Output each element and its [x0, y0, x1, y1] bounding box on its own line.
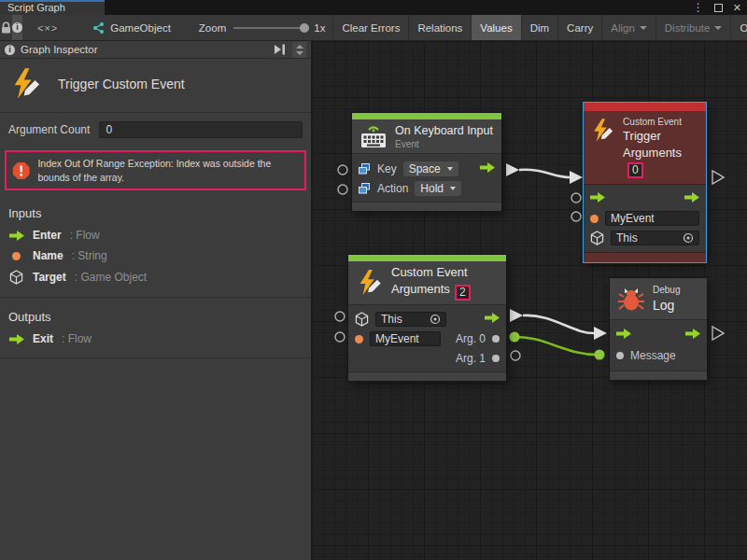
window-menu-icon[interactable]: ⋮ — [693, 2, 704, 13]
values-button[interactable]: Values — [471, 15, 520, 40]
arguments-count-badge[interactable]: 2 — [455, 285, 471, 301]
zoom-control: Zoom 1x — [199, 15, 326, 40]
flow-arrow-icon — [9, 334, 24, 344]
unconnected-port[interactable] — [338, 165, 347, 175]
gameobject-reference[interactable]: GameObject — [92, 15, 171, 40]
unconnected-port[interactable] — [335, 332, 345, 342]
close-icon[interactable]: ✕ — [733, 3, 741, 13]
node-footer — [610, 371, 707, 380]
tab-title: Script Graph — [7, 2, 65, 13]
target-field[interactable]: This — [611, 231, 699, 245]
input-pin-target: Target : Game Object — [0, 266, 311, 288]
event-name-field[interactable]: MyEvent — [605, 211, 699, 226]
node-debug-log[interactable]: Debug Log Message — [610, 278, 707, 380]
arrow-down-icon — [296, 51, 303, 55]
unconnected-flow-port[interactable] — [712, 327, 724, 340]
gameobject-label: GameObject — [110, 22, 171, 34]
inputs-heading: Inputs — [0, 194, 311, 225]
arg1-label: Arg. 1 — [456, 352, 486, 365]
arguments-count-badge[interactable]: 0 — [627, 162, 643, 178]
cube-icon — [355, 312, 369, 327]
custom-event-icon — [590, 117, 615, 145]
value-input-port[interactable] — [595, 350, 605, 360]
flow-input[interactable] — [616, 329, 631, 342]
arrow-up-icon — [296, 45, 303, 49]
flow-wire[interactable] — [523, 315, 595, 333]
input-pin-name: Name : String — [0, 245, 311, 266]
argument-count-label: Argument Count — [8, 123, 90, 136]
unconnected-port[interactable] — [338, 185, 347, 194]
align-dropdown[interactable]: Align — [601, 15, 655, 40]
flow-input[interactable] — [590, 192, 605, 205]
object-picker-icon[interactable] — [430, 314, 441, 325]
node-title: Trigger — [623, 129, 699, 143]
flow-output[interactable] — [485, 313, 500, 326]
event-color-bar — [352, 113, 501, 119]
flow-wire[interactable] — [519, 170, 571, 177]
arguments-line: Arguments2 — [391, 282, 471, 301]
distribute-dropdown[interactable]: Distribute — [655, 15, 731, 40]
flow-arrow-icon — [9, 231, 24, 241]
zoom-slider[interactable] — [233, 27, 306, 29]
object-picker-icon[interactable] — [683, 232, 694, 244]
argument-count-input[interactable] — [99, 121, 303, 138]
overview-button[interactable]: Overv — [730, 15, 747, 40]
action-dropdown[interactable]: Hold — [415, 181, 461, 196]
unit-title-block: Trigger Custom Event — [0, 59, 311, 113]
flow-output[interactable] — [480, 162, 495, 175]
node-header: On Keyboard Input Event — [352, 119, 501, 154]
lock-button[interactable] — [0, 15, 12, 40]
inspector-toggle-button[interactable]: i — [12, 15, 22, 40]
value-output-port[interactable] — [510, 332, 520, 343]
node-header: Custom Event Arguments2 — [348, 261, 506, 305]
edit-graph-button[interactable]: <×> — [37, 15, 58, 40]
maximize-icon[interactable] — [714, 4, 723, 12]
relations-button[interactable]: Relations — [408, 15, 471, 40]
custom-event-icon — [9, 67, 43, 101]
graph-toolbar: i <×> GameObject Zoom 1x Clear Errors Re… — [0, 15, 747, 41]
event-name-field[interactable]: MyEvent — [370, 331, 441, 346]
node-title: Log — [653, 298, 680, 313]
node-title: Custom Event — [391, 265, 471, 279]
node-trigger-custom-event[interactable]: Custom Event Trigger Arguments0 — [584, 103, 706, 262]
arguments-line: Arguments0 — [623, 146, 699, 178]
flow-wire-arrowhead — [594, 327, 607, 340]
dim-button[interactable]: Dim — [521, 15, 557, 40]
flow-arrow-icon — [590, 192, 605, 203]
error-color-bar — [584, 103, 706, 111]
node-on-keyboard-input[interactable]: On Keyboard Input Event Key Space — [352, 113, 501, 211]
flow-arrow-icon — [684, 192, 699, 203]
tab-script-graph[interactable]: Script Graph — [0, 0, 105, 15]
string-port-icon — [12, 252, 21, 260]
key-dropdown[interactable]: Space — [403, 161, 458, 176]
arg1-output-port[interactable] — [492, 355, 500, 362]
script-graph-asset-icon — [92, 21, 105, 34]
node-footer — [348, 371, 506, 381]
flow-arrow-icon — [480, 162, 495, 173]
carry-button[interactable]: Carry — [557, 15, 601, 40]
node-category: Debug — [653, 285, 680, 295]
unconnected-flow-port[interactable] — [712, 171, 724, 184]
flow-output-port[interactable] — [506, 163, 519, 176]
unconnected-port[interactable] — [335, 312, 345, 321]
node-header: Debug Log — [610, 278, 707, 320]
message-input-port[interactable] — [616, 352, 624, 359]
graph-canvas[interactable]: On Keyboard Input Event Key Space — [312, 41, 747, 560]
message-label: Message — [630, 349, 676, 362]
unconnected-port[interactable] — [571, 193, 581, 203]
flow-output-port[interactable] — [510, 309, 523, 322]
value-wire[interactable] — [514, 337, 599, 355]
arg0-output-port[interactable] — [492, 335, 500, 343]
action-label: Action — [377, 182, 408, 195]
panel-scroll-spinner[interactable] — [292, 42, 306, 58]
unconnected-port[interactable] — [571, 212, 581, 221]
clear-errors-button[interactable]: Clear Errors — [332, 15, 408, 40]
target-field[interactable]: This — [375, 312, 446, 327]
node-custom-event[interactable]: Custom Event Arguments2 This — [348, 255, 506, 381]
string-port-icon — [355, 335, 363, 343]
zoom-slider-handle[interactable] — [300, 23, 309, 33]
unconnected-port[interactable] — [511, 351, 520, 360]
dock-panel-icon[interactable] — [273, 44, 287, 55]
flow-output[interactable] — [684, 192, 699, 205]
flow-output[interactable] — [685, 329, 700, 342]
